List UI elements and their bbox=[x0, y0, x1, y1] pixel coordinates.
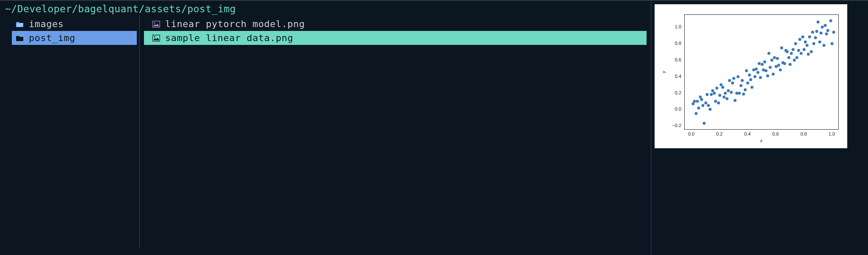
chart-xlabel: x bbox=[760, 138, 763, 143]
chart-point bbox=[811, 30, 814, 33]
chart-xtick: 0.6 bbox=[772, 131, 779, 136]
chart-point bbox=[794, 42, 797, 45]
chart-ytick: 0.0 bbox=[675, 106, 681, 111]
tree-item-post-img[interactable]: post_img bbox=[12, 31, 137, 45]
chart-point bbox=[788, 63, 791, 66]
chart-point bbox=[748, 73, 751, 76]
chart-point bbox=[814, 36, 817, 39]
chart-point bbox=[751, 86, 754, 89]
chart-point bbox=[696, 100, 699, 103]
chart-point bbox=[746, 82, 749, 85]
chart-point bbox=[716, 86, 719, 89]
chart-point bbox=[791, 48, 794, 51]
chart-ytick: 1.0 bbox=[675, 24, 681, 29]
chart-point bbox=[770, 58, 773, 61]
chart-point bbox=[737, 75, 740, 78]
chart-point bbox=[702, 104, 705, 107]
chart-point bbox=[829, 19, 832, 22]
chart-point bbox=[734, 99, 737, 102]
chart-point bbox=[772, 72, 775, 75]
chart-point bbox=[753, 75, 756, 78]
chart-point bbox=[769, 66, 772, 69]
chart-point bbox=[756, 71, 759, 74]
chart-ylabel: y bbox=[661, 71, 666, 73]
chart-ytick: 0.4 bbox=[675, 74, 681, 79]
chart-point bbox=[793, 58, 796, 61]
image-file-icon bbox=[152, 21, 161, 28]
chart-ytick: 0.8 bbox=[675, 41, 681, 46]
chart-point bbox=[744, 88, 746, 91]
chart-point bbox=[738, 91, 741, 94]
chart-point bbox=[813, 42, 815, 45]
chart-point bbox=[763, 60, 766, 63]
file-item-label: linear pytorch model.png bbox=[165, 19, 305, 29]
chart-point bbox=[728, 79, 731, 82]
chart-point bbox=[749, 78, 752, 81]
chart-point bbox=[815, 30, 818, 33]
chart-point bbox=[724, 91, 727, 94]
chart-point bbox=[706, 93, 709, 96]
scatter-chart-preview: y x −0.20.00.20.40.60.81.00.00.20.40.60.… bbox=[655, 4, 847, 148]
chart-point bbox=[694, 112, 697, 115]
chart-point bbox=[755, 68, 758, 71]
chart-xtick: 0.4 bbox=[744, 131, 751, 136]
chart-point bbox=[822, 44, 825, 47]
chart-point bbox=[777, 64, 780, 67]
chart-point bbox=[703, 122, 706, 125]
chart-point bbox=[787, 56, 790, 59]
chart-point bbox=[818, 41, 821, 44]
chart-point bbox=[713, 91, 716, 94]
chart-point bbox=[808, 36, 811, 39]
chart-point bbox=[760, 63, 763, 66]
chart-point bbox=[780, 46, 783, 49]
chart-point bbox=[718, 94, 721, 97]
tree-item-images[interactable]: images bbox=[12, 17, 137, 31]
chart-point bbox=[821, 26, 824, 29]
chart-point bbox=[741, 79, 744, 82]
chart-point bbox=[807, 53, 810, 56]
chart-point bbox=[765, 69, 768, 72]
chart-point bbox=[799, 38, 802, 41]
chart-ytick: −0.2 bbox=[672, 123, 681, 128]
chart-point bbox=[810, 50, 813, 53]
chart-xtick: 0.0 bbox=[688, 131, 694, 136]
directory-tree-pane: images post_img bbox=[0, 15, 140, 248]
chart-point bbox=[825, 32, 828, 35]
chart-point bbox=[725, 97, 728, 100]
current-path: ~/Developer/bagelquant/assets/post_img bbox=[0, 1, 651, 15]
chart-point bbox=[797, 49, 800, 52]
chart-point bbox=[831, 42, 834, 45]
file-item-selected[interactable]: sample linear data.png bbox=[144, 31, 647, 45]
chart-xtick: 0.8 bbox=[800, 131, 807, 136]
chart-point bbox=[783, 62, 786, 65]
chart-point bbox=[731, 82, 734, 85]
chart-point bbox=[790, 52, 793, 55]
file-item[interactable]: linear pytorch model.png bbox=[144, 17, 647, 31]
chart-plot-area bbox=[684, 14, 839, 130]
chart-point bbox=[745, 69, 748, 72]
folder-open-icon bbox=[15, 21, 25, 27]
file-list-pane: linear pytorch model.png sample linear d… bbox=[140, 15, 651, 248]
chart-point bbox=[742, 92, 745, 95]
chart-point bbox=[717, 101, 720, 104]
chart-ytick: 0.6 bbox=[675, 57, 681, 62]
chart-point bbox=[768, 52, 771, 55]
chart-point bbox=[721, 86, 724, 89]
chart-point bbox=[766, 74, 769, 77]
chart-point bbox=[708, 108, 711, 111]
chart-point bbox=[739, 84, 742, 87]
tree-item-label: images bbox=[29, 19, 64, 29]
image-file-icon bbox=[152, 35, 161, 42]
chart-point bbox=[699, 96, 702, 99]
tree-item-label: post_img bbox=[29, 33, 75, 43]
chart-point bbox=[801, 36, 804, 39]
svg-point-1 bbox=[154, 22, 155, 23]
svg-point-3 bbox=[154, 36, 155, 37]
chart-point bbox=[730, 91, 733, 94]
chart-point bbox=[819, 31, 822, 34]
chart-point bbox=[733, 77, 735, 80]
chart-point bbox=[796, 56, 799, 59]
chart-point bbox=[832, 30, 835, 33]
chart-point bbox=[805, 44, 808, 47]
chart-point bbox=[786, 50, 789, 53]
